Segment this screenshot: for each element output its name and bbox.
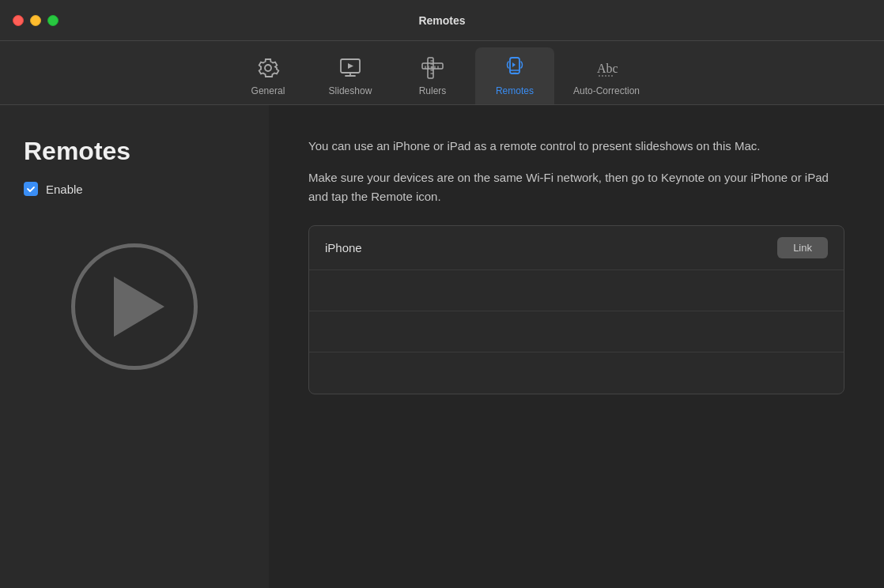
- tab-general-label: General: [251, 85, 285, 96]
- tab-rulers-label: Rulers: [419, 85, 447, 96]
- minimize-button[interactable]: [30, 15, 41, 26]
- rulers-icon: [418, 54, 447, 82]
- description-paragraph-2: Make sure your devices are on the same W…: [308, 168, 844, 206]
- enable-label: Enable: [46, 183, 83, 196]
- tab-auto-correction-label: Auto-Correction: [573, 85, 640, 96]
- device-list: iPhone Link: [308, 225, 844, 394]
- play-button[interactable]: [71, 243, 198, 370]
- tab-slideshow[interactable]: Slideshow: [311, 47, 390, 104]
- sidebar: Remotes Enable: [0, 105, 269, 588]
- tab-rulers[interactable]: Rulers: [393, 47, 472, 104]
- svg-text:Abc: Abc: [597, 62, 618, 75]
- play-triangle-icon: [114, 277, 164, 337]
- tab-auto-correction[interactable]: Abc Auto-Correction: [557, 47, 655, 104]
- window-controls: [13, 15, 59, 26]
- remotes-icon: [501, 54, 529, 82]
- device-row-empty-2: [309, 311, 844, 352]
- tab-slideshow-label: Slideshow: [329, 85, 372, 96]
- description-text: You can use an iPhone or iPad as a remot…: [308, 137, 844, 206]
- enable-checkbox[interactable]: [24, 182, 38, 196]
- sidebar-title: Remotes: [24, 137, 130, 166]
- main-content: Remotes Enable You can use an iPhone or …: [0, 105, 884, 588]
- device-row: iPhone Link: [309, 226, 844, 270]
- tab-general[interactable]: General: [229, 47, 308, 104]
- slideshow-icon: [336, 54, 365, 82]
- maximize-button[interactable]: [47, 15, 59, 26]
- device-name: iPhone: [325, 241, 362, 254]
- gear-icon: [254, 54, 282, 82]
- enable-row: Enable: [24, 182, 83, 196]
- right-panel: You can use an iPhone or iPad as a remot…: [269, 105, 884, 588]
- abc-icon: Abc: [592, 54, 621, 82]
- link-button[interactable]: Link: [777, 237, 828, 258]
- titlebar: Remotes: [0, 0, 884, 41]
- device-row-empty-3: [309, 352, 844, 394]
- tab-remotes-label: Remotes: [496, 85, 534, 96]
- device-row-empty-1: [309, 270, 844, 311]
- svg-rect-15: [510, 58, 519, 74]
- description-paragraph-1: You can use an iPhone or iPad as a remot…: [308, 137, 844, 156]
- toolbar: General Slideshow: [0, 41, 884, 105]
- tab-remotes[interactable]: Remotes: [475, 47, 554, 104]
- window-title: Remotes: [418, 14, 465, 27]
- close-button[interactable]: [13, 15, 24, 26]
